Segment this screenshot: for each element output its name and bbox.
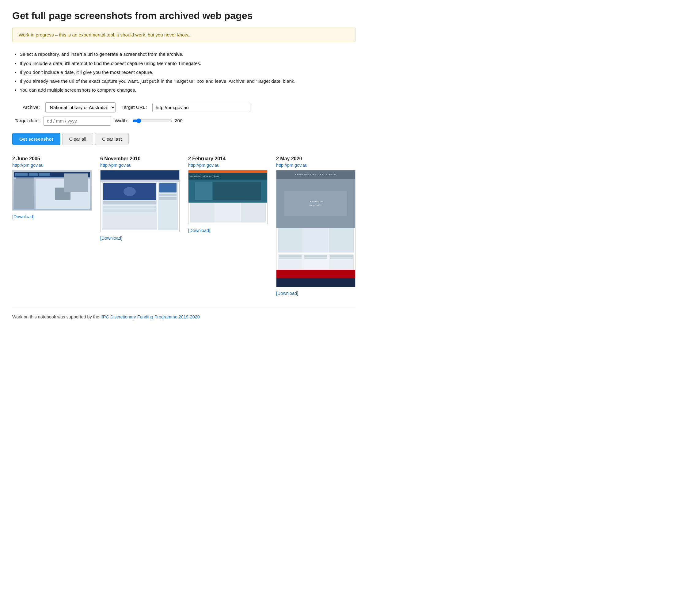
target-date-label: Target date: (12, 118, 40, 124)
screenshot-date: 2 June 2005 (12, 156, 92, 161)
screenshot-url-link[interactable]: http://pm.gov.au (100, 163, 179, 168)
get-screenshot-button[interactable]: Get screenshot (12, 133, 60, 145)
instruction-item: If you don't include a date, it'll give … (20, 69, 355, 76)
archive-select[interactable]: National Library of AustraliaInternet Ar… (45, 102, 115, 112)
instruction-item: If you include a date, it'll attempt to … (20, 60, 355, 67)
notice-text: Work in progress – this is an experiment… (19, 32, 192, 37)
target-url-input[interactable] (152, 103, 251, 112)
footer-text-before: Work on this notebook was supported by t… (12, 314, 101, 320)
instruction-item: Select a repository, and insert a url to… (20, 50, 355, 58)
screenshot-url-link[interactable]: http://pm.gov.au (188, 163, 267, 168)
width-group: Width: 200 (115, 118, 185, 124)
target-date-input[interactable] (44, 116, 111, 126)
thumb-placeholder (101, 170, 179, 232)
screenshot-item: 6 November 2010http://pm.gov.au [Downloa… (100, 156, 179, 296)
notice-box: Work in progress – this is an experiment… (12, 27, 355, 42)
screenshot-thumbnail (100, 170, 179, 232)
instructions-list: Select a repository, and insert a url to… (12, 50, 355, 93)
width-label: Width: (115, 118, 128, 124)
download-link[interactable]: [Download] (188, 228, 267, 233)
instructions-section: Select a repository, and insert a url to… (12, 50, 355, 93)
clear-all-button[interactable]: Clear all (62, 133, 93, 145)
screenshot-item: 2 June 2005http://pm.gov.au [Download] (12, 156, 92, 296)
width-slider[interactable] (132, 118, 172, 123)
screenshot-thumbnail: PRIME MINISTER OF AUSTRALIA (188, 170, 267, 224)
footer-link[interactable]: IIPC Discretionary Funding Programme 201… (101, 314, 200, 320)
thumb-placeholder: PRIME MINISTER OF AUSTRALIA (189, 170, 267, 224)
archive-label: Archive: (12, 105, 40, 110)
form-area: Archive: National Library of AustraliaIn… (12, 102, 355, 126)
footer: Work on this notebook was supported by t… (12, 308, 355, 320)
instruction-item: If you already have the url of the exact… (20, 78, 355, 85)
screenshots-grid: 2 June 2005http://pm.gov.au [Download]6 … (12, 156, 355, 296)
screenshot-url-link[interactable]: http://pm.gov.au (276, 163, 355, 168)
button-row: Get screenshot Clear all Clear last (12, 133, 355, 145)
screenshot-date: 2 February 2014 (188, 156, 267, 161)
screenshot-thumbnail: PRIME MINISTER OF AUSTRALIA delivering o… (276, 170, 355, 287)
archive-row: Archive: National Library of AustraliaIn… (12, 102, 355, 112)
screenshot-item: 2 May 2020http://pm.gov.au PRIME MINISTE… (276, 156, 355, 296)
download-link[interactable]: [Download] (12, 214, 92, 219)
screenshot-date: 2 May 2020 (276, 156, 355, 161)
width-value: 200 (175, 118, 185, 124)
instruction-item: You can add multiple screenshots to comp… (20, 86, 355, 93)
page-title: Get full page screenshots from archived … (12, 10, 355, 21)
thumb-placeholder: PRIME MINISTER OF AUSTRALIA delivering o… (277, 170, 355, 287)
screenshot-date: 6 November 2010 (100, 156, 179, 161)
clear-last-button[interactable]: Clear last (95, 133, 129, 145)
screenshot-url-link[interactable]: http://pm.gov.au (12, 163, 92, 168)
screenshot-thumbnail (12, 170, 92, 211)
target-date-group: Target date: (12, 116, 111, 126)
date-width-row: Target date: Width: 200 (12, 116, 355, 126)
thumb-placeholder (13, 170, 91, 210)
target-url-label: Target URL: (119, 105, 147, 110)
download-link[interactable]: [Download] (276, 291, 355, 296)
download-link[interactable]: [Download] (100, 236, 179, 241)
screenshot-item: 2 February 2014http://pm.gov.au PRIME MI… (188, 156, 267, 296)
